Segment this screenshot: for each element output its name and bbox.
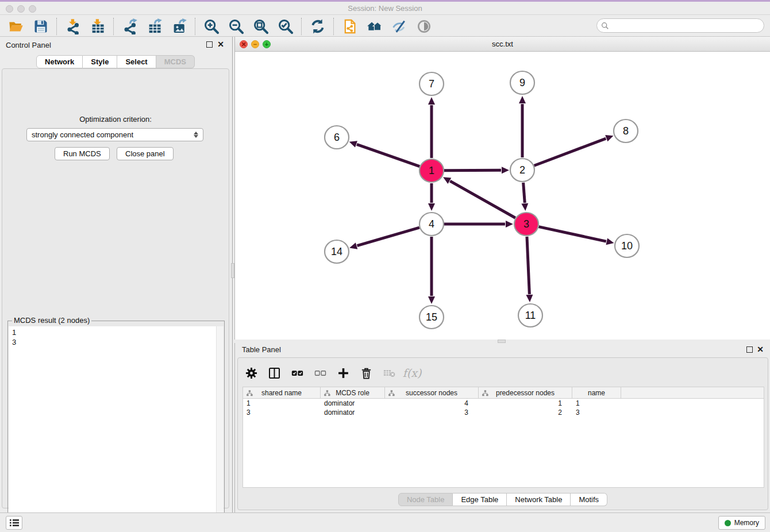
edge-4-14[interactable] [349, 228, 419, 249]
float-table-panel-icon[interactable] [746, 346, 753, 353]
tab-select[interactable]: Select [117, 55, 156, 68]
open-session-icon[interactable] [3, 17, 28, 36]
tab-network-table[interactable]: Network Table [507, 493, 571, 506]
edge-2-9[interactable] [519, 96, 526, 157]
edge-3-11[interactable] [526, 237, 533, 302]
close-table-panel-icon[interactable]: ✕ [757, 345, 764, 354]
zoom-in-icon[interactable] [199, 17, 224, 36]
result-scrollbar[interactable] [216, 326, 224, 532]
graph-node-4[interactable]: 4 [419, 213, 444, 236]
edge-1-6[interactable] [349, 141, 420, 166]
edge-3-1[interactable] [443, 177, 515, 218]
column-header-successor-nodes[interactable]: successor nodes [385, 387, 479, 398]
result-line: 3 [12, 337, 16, 347]
home-icon[interactable] [362, 17, 387, 36]
node-label: 7 [429, 78, 434, 90]
delete-icon[interactable] [359, 365, 374, 380]
graph-node-1[interactable]: 1 [419, 159, 444, 182]
task-history-button[interactable] [6, 516, 22, 530]
refresh-icon[interactable] [305, 17, 330, 36]
tab-node-table[interactable]: Node Table [398, 493, 453, 506]
table-cell[interactable]: 3 [385, 408, 479, 417]
edge-4-3[interactable] [444, 221, 513, 228]
search-input[interactable] [612, 20, 764, 32]
edge-1-7[interactable] [428, 97, 435, 158]
table-cell[interactable]: dominator [321, 408, 385, 417]
deselect-all-icon[interactable] [313, 365, 328, 380]
graph-node-3[interactable]: 3 [514, 213, 538, 236]
select-all-icon[interactable] [290, 365, 305, 380]
hide-graphics-details-icon[interactable] [387, 17, 411, 36]
table-row[interactable]: 1dominator411 [243, 399, 764, 408]
table-cell[interactable]: 2 [479, 408, 572, 417]
graph-node-15[interactable]: 15 [419, 306, 444, 329]
import-table-icon[interactable] [85, 17, 110, 36]
graph-node-11[interactable]: 11 [518, 304, 542, 327]
table-cell[interactable]: 4 [385, 399, 479, 408]
table-panel-header: Table Panel ✕ [235, 343, 770, 357]
table-tabs: Node TableEdge TableNetwork TableMotifs [238, 493, 768, 506]
tab-motifs[interactable]: Motifs [571, 493, 607, 506]
table-cell[interactable]: 1 [572, 399, 621, 408]
control-panel: Control Panel ✕ NetworkStyleSelectMCDS O… [0, 37, 231, 512]
zoom-out-icon[interactable] [224, 17, 248, 36]
graph-node-7[interactable]: 7 [419, 72, 444, 95]
open-network-document-icon[interactable] [337, 17, 362, 36]
graph-node-14[interactable]: 14 [325, 240, 349, 263]
column-header-name[interactable]: name [572, 387, 621, 398]
node-label: 3 [523, 218, 529, 230]
edge-2-3[interactable] [521, 183, 528, 211]
edge-3-10[interactable] [538, 227, 614, 245]
graph-node-2[interactable]: 2 [510, 159, 534, 182]
toolbar-separator [56, 18, 57, 35]
add-icon[interactable] [336, 365, 351, 380]
network-canvas[interactable]: 7968124314101511 [235, 52, 770, 340]
export-table-icon[interactable] [142, 17, 167, 36]
graph-node-6[interactable]: 6 [325, 126, 349, 149]
graph-node-10[interactable]: 10 [615, 234, 639, 257]
column-header-shared-name[interactable]: shared name [243, 387, 321, 398]
tab-network[interactable]: Network [36, 55, 83, 68]
graph-node-8[interactable]: 8 [614, 119, 638, 142]
tab-style[interactable]: Style [83, 55, 117, 68]
table-cell[interactable]: 3 [572, 408, 621, 417]
edge-4-15[interactable] [428, 237, 435, 304]
control-panel-tabs: NetworkStyleSelectMCDS [0, 55, 231, 68]
close-panel-button[interactable]: Close panel [117, 147, 174, 160]
zoom-fit-icon[interactable] [248, 17, 273, 36]
tab-mcds[interactable]: MCDS [156, 55, 195, 68]
memory-button[interactable]: Memory [718, 516, 765, 530]
gear-icon[interactable] [244, 365, 259, 380]
table-panel: Table Panel ✕ f(x) shared nameMCDS roles… [234, 343, 770, 512]
graph-node-9[interactable]: 9 [510, 71, 534, 94]
float-panel-icon[interactable] [206, 41, 213, 48]
import-network-icon[interactable] [60, 17, 85, 36]
table-cell[interactable]: dominator [321, 399, 385, 408]
optimization-criterion-dropdown[interactable]: strongly connected component [26, 128, 203, 141]
export-network-icon[interactable] [117, 17, 142, 36]
control-panel-title: Control Panel [6, 41, 51, 49]
table-cell[interactable]: 1 [243, 399, 321, 408]
zoom-selected-icon[interactable] [273, 17, 298, 36]
table-cell[interactable]: 3 [243, 408, 321, 417]
export-image-icon[interactable] [167, 17, 191, 36]
save-session-icon[interactable] [28, 17, 53, 36]
column-header-MCDS-role[interactable]: MCDS role [321, 387, 385, 398]
edge-2-8[interactable] [534, 135, 614, 165]
column-header-predecessor-nodes[interactable]: predecessor nodes [479, 387, 572, 398]
application-window: Session: New Session Control Panel ✕ Net… [0, 0, 770, 532]
show-graphics-details-icon[interactable] [411, 17, 436, 36]
edge-1-4[interactable] [428, 183, 435, 211]
mcds-result-box[interactable]: 13 [9, 326, 224, 532]
table-row[interactable]: 3dominator323 [243, 408, 764, 417]
window-title: Session: New Session [0, 4, 770, 13]
columns-icon[interactable] [267, 365, 282, 380]
search-field[interactable] [596, 18, 764, 33]
table-cell[interactable]: 1 [479, 399, 572, 408]
toolbar-separator [333, 18, 334, 35]
tab-edge-table[interactable]: Edge Table [453, 493, 507, 506]
network-window-titlebar[interactable]: ✕ − + scc.txt [235, 37, 770, 52]
edge-1-2[interactable] [444, 167, 509, 174]
run-mcds-button[interactable]: Run MCDS [55, 147, 110, 160]
close-panel-icon[interactable]: ✕ [217, 40, 224, 49]
